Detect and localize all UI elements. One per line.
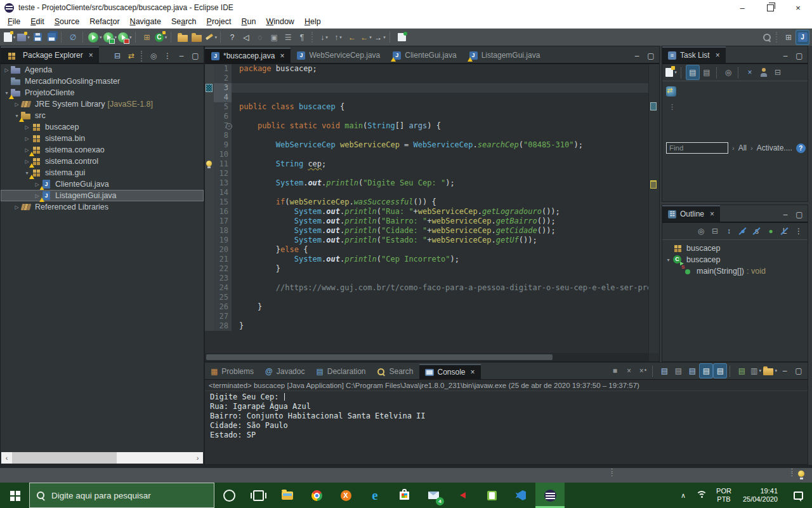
menu-source[interactable]: Source xyxy=(49,17,85,27)
close-icon[interactable]: × xyxy=(716,51,720,60)
view-tab-search[interactable]: Search xyxy=(371,364,419,379)
tree-item-sistema-conexao[interactable]: ▷sistema.conexao xyxy=(1,144,204,156)
focus-icon[interactable]: ◎ xyxy=(695,224,707,238)
menu-window[interactable]: Window xyxy=(261,17,299,27)
open-resource-icon[interactable] xyxy=(190,30,203,44)
vscode-icon[interactable] xyxy=(506,483,535,508)
filter-working-set-icon[interactable]: ◎ xyxy=(722,65,735,79)
new-package-icon[interactable]: ⊞ xyxy=(141,30,154,44)
wifi-icon[interactable] xyxy=(696,491,707,500)
next-annotation-icon[interactable]: ↓▾ xyxy=(318,30,331,44)
maximize-icon[interactable]: ▢ xyxy=(189,49,202,63)
hide-static-icon[interactable]: s xyxy=(750,224,763,238)
focus-working-set-icon[interactable]: ◎ xyxy=(147,49,160,63)
minimize-icon[interactable]: – xyxy=(779,49,792,63)
eclipse-icon[interactable] xyxy=(535,483,565,508)
store-icon[interactable] xyxy=(390,483,419,508)
minimize-icon[interactable]: – xyxy=(779,208,792,222)
editor-hscroll-thumb[interactable] xyxy=(206,354,553,360)
view-menu-icon[interactable]: ⋮ xyxy=(161,49,174,63)
sort-icon[interactable]: ↕ xyxy=(723,224,735,238)
editor-tab-clientegui-java[interactable]: JClienteGui.java xyxy=(386,48,462,63)
overview-occurrence-marker[interactable] xyxy=(650,102,657,110)
maximize-icon[interactable]: ▢ xyxy=(645,49,657,63)
code-editor[interactable]: 1package buscacep;2345public class busca… xyxy=(205,64,649,353)
menu-refactor[interactable]: Refactor xyxy=(84,17,124,27)
close-icon[interactable]: × xyxy=(471,368,475,377)
view-tab-problems[interactable]: ▦Problems xyxy=(205,364,259,379)
collapse-all-icon[interactable]: ⊟ xyxy=(709,224,721,238)
display-console-icon[interactable]: ▥▾ xyxy=(749,364,762,378)
highlighter-icon[interactable]: ▾ xyxy=(204,30,218,44)
collapsed-arrow-icon[interactable]: ▷ xyxy=(13,204,20,210)
overview-ruler[interactable] xyxy=(648,64,659,353)
hide-fields-icon[interactable]: ● xyxy=(737,224,749,238)
view-menu-icon[interactable]: ⋮ xyxy=(792,224,805,238)
coverage-icon[interactable]: ▾ xyxy=(88,30,102,44)
scroll-left-icon[interactable]: ‹ xyxy=(1,454,12,462)
menu-edit[interactable]: Edit xyxy=(25,17,49,27)
search-help-icon[interactable]: ? xyxy=(226,30,239,44)
tree-item-projetocliente[interactable]: ▾ProjetoCliente xyxy=(1,87,204,98)
collapse-all-icon[interactable]: ⊟ xyxy=(111,49,124,63)
collapsed-arrow-icon[interactable]: ▷ xyxy=(13,102,20,107)
collapsed-arrow-icon[interactable]: ▷ xyxy=(23,124,30,130)
show-stderr-icon[interactable]: ▤ xyxy=(714,364,726,378)
collapsed-arrow-icon[interactable]: ▷ xyxy=(23,136,30,142)
tree-item-buscacep[interactable]: buscacep xyxy=(662,243,808,254)
tree-item-sistema-bin[interactable]: ▷sistema.bin xyxy=(1,133,204,144)
last-edit-location-icon[interactable]: ← xyxy=(346,30,358,44)
start-button[interactable] xyxy=(0,483,29,508)
tray-chevron-icon[interactable]: ∧ xyxy=(674,491,692,500)
fold-minus-icon[interactable]: − xyxy=(226,123,232,130)
team-sync-icon[interactable]: ◌ xyxy=(254,30,266,44)
action-center-button[interactable] xyxy=(784,491,812,500)
expanded-arrow-icon[interactable]: ▾ xyxy=(665,257,672,263)
view-tab-declaration[interactable]: ▤Declaration xyxy=(310,364,371,379)
tree-item-jre-system-library[interactable]: ▷JRE System Library[JavaSE-1.8] xyxy=(1,98,204,110)
tab-package-explorer[interactable]: Package Explorer × xyxy=(1,46,99,63)
group-by-category-icon[interactable]: ▤ xyxy=(686,65,699,79)
console-output[interactable]: Digite Seu Cep: Rua: Igarapé Água AzulBa… xyxy=(205,391,808,440)
show-whitespace-icon[interactable]: ¶ xyxy=(296,30,308,44)
back-icon[interactable]: ←▾ xyxy=(360,30,372,44)
menu-run[interactable]: Run xyxy=(236,17,261,27)
taskbar-search[interactable]: Digite aqui para pesquisar xyxy=(29,483,214,508)
menu-file[interactable]: File xyxy=(3,17,25,27)
file-explorer-icon[interactable] xyxy=(273,483,302,508)
open-element-icon[interactable] xyxy=(176,30,189,44)
collapse-all-icon[interactable]: ⊟ xyxy=(771,65,784,79)
notepadpp-icon[interactable] xyxy=(477,483,506,508)
scroll-track[interactable] xyxy=(12,452,192,464)
prev-annotation-icon[interactable]: ↑▾ xyxy=(332,30,344,44)
media-app-icon[interactable] xyxy=(448,483,477,508)
tree-item-sistema-control[interactable]: ▷sistema.control xyxy=(1,156,204,167)
open-perspective-icon[interactable]: ⊞ xyxy=(782,30,795,44)
save-icon[interactable] xyxy=(31,30,44,44)
package-explorer-hscrollbar[interactable]: ‹ › xyxy=(1,452,203,464)
pin-console-icon[interactable]: ▤ xyxy=(735,364,748,378)
editor-tab-buscacep-java[interactable]: J*buscacep.java× xyxy=(205,48,291,63)
my-tasks-icon[interactable] xyxy=(757,65,770,79)
xampp-icon[interactable]: X xyxy=(331,483,360,508)
last-edit-flag-icon[interactable]: ◁ xyxy=(240,30,252,44)
notification-bulb-icon[interactable] xyxy=(798,471,804,477)
tree-item-sistema-gui[interactable]: ▾sistema.gui xyxy=(1,167,204,178)
menu-help[interactable]: Help xyxy=(299,17,326,27)
java-perspective-icon[interactable]: J xyxy=(796,30,809,44)
tab-task-list[interactable]: ≡ Task List × xyxy=(662,46,726,63)
help-icon[interactable]: ? xyxy=(796,144,806,153)
minimize-icon[interactable]: – xyxy=(175,49,188,63)
word-wrap-icon[interactable]: ▤ xyxy=(686,364,698,378)
statusbar-grip-icon[interactable]: ⁚⁚ xyxy=(611,471,613,476)
editor-hscrollbar[interactable] xyxy=(205,353,649,361)
tree-item-clientegui-java[interactable]: ▷ClienteGui.java xyxy=(1,178,204,190)
new-task-icon[interactable]: ▾ xyxy=(665,65,678,79)
view-tab-console[interactable]: Console× xyxy=(419,364,481,379)
new-java-project-icon[interactable]: ▾ xyxy=(17,30,30,44)
cortana-icon[interactable] xyxy=(214,483,244,508)
close-icon[interactable]: × xyxy=(89,51,93,60)
close-button[interactable]: × xyxy=(784,0,812,15)
open-console-icon[interactable]: ▾ xyxy=(763,364,777,378)
edge-icon[interactable]: e xyxy=(360,483,390,508)
